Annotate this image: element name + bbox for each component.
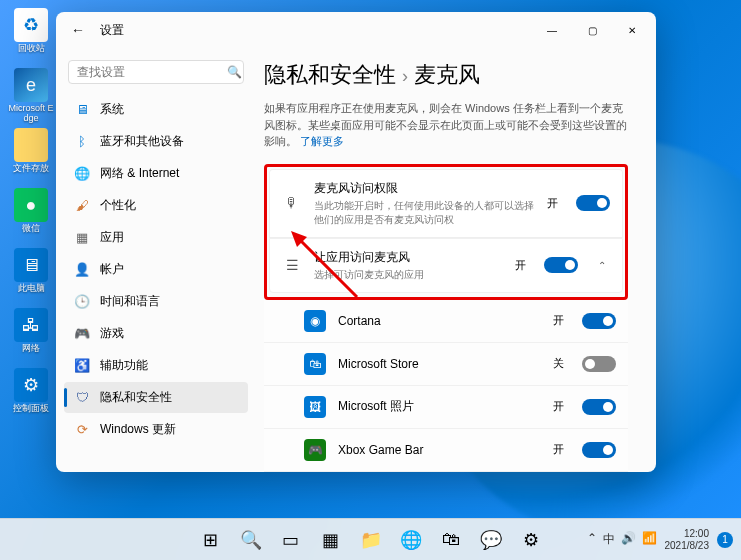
setting-icon: 🎙	[282, 195, 302, 211]
nav-icon: 🕒	[74, 294, 90, 310]
nav-item-5[interactable]: 👤帐户	[64, 254, 248, 285]
app-name: Microsoft Store	[338, 357, 541, 371]
toggle-switch[interactable]	[582, 399, 616, 415]
taskbar-edge[interactable]: 🌐	[393, 522, 429, 558]
nav-icon: ▦	[74, 230, 90, 246]
toggle-state: 开	[553, 442, 564, 457]
nav-item-1[interactable]: ᛒ蓝牙和其他设备	[64, 126, 248, 157]
tray-icon[interactable]: ⌃	[587, 531, 597, 548]
nav-label: 时间和语言	[100, 293, 160, 310]
nav-item-0[interactable]: 🖥系统	[64, 94, 248, 125]
tray-icon[interactable]: 📶	[642, 531, 657, 548]
breadcrumb-current: 麦克风	[414, 62, 480, 87]
taskbar-search[interactable]: 🔍	[233, 522, 269, 558]
chevron-right-icon: ›	[402, 66, 408, 86]
clock[interactable]: 12:00 2021/8/23	[665, 528, 710, 552]
toggle-state: 开	[547, 196, 558, 211]
desktop-icons: ♻回收站eMicrosoft Edge文件存放●微信🖥此电脑🖧网络⚙控制面板	[8, 8, 58, 428]
nav-item-9[interactable]: 🛡隐私和安全性	[64, 382, 248, 413]
nav-item-3[interactable]: 🖌个性化	[64, 190, 248, 221]
app-row: 🖼Microsoft 照片开	[264, 386, 628, 429]
desktop-icon-recycle-bin[interactable]: ♻回收站	[8, 8, 54, 62]
taskbar-explorer[interactable]: 📁	[353, 522, 389, 558]
taskbar: ⊞🔍▭▦📁🌐🛍💬⚙ ⌃中🔊📶 12:00 2021/8/23 1	[0, 518, 741, 560]
setting-subtitle: 当此功能开启时，任何使用此设备的人都可以选择他们的应用是否有麦克风访问权	[314, 199, 535, 227]
nav-label: 隐私和安全性	[100, 389, 172, 406]
toggle-switch[interactable]	[582, 313, 616, 329]
nav-icon: 🎮	[74, 326, 90, 342]
maximize-button[interactable]: ▢	[572, 12, 612, 48]
nav-icon: 🖥	[74, 102, 90, 118]
toggle-state: 开	[553, 313, 564, 328]
setting-row[interactable]: 🎙麦克风访问权限当此功能开启时，任何使用此设备的人都可以选择他们的应用是否有麦克…	[269, 169, 623, 238]
nav-label: 网络 & Internet	[100, 165, 179, 182]
app-icon: 🖼	[304, 396, 326, 418]
nav-icon: 👤	[74, 262, 90, 278]
breadcrumb: 隐私和安全性›麦克风	[264, 60, 628, 90]
app-row: ◉Cortana开	[264, 300, 628, 343]
notification-badge[interactable]: 1	[717, 532, 733, 548]
annotation-highlight: 🎙麦克风访问权限当此功能开启时，任何使用此设备的人都可以选择他们的应用是否有麦克…	[264, 164, 628, 300]
nav-item-4[interactable]: ▦应用	[64, 222, 248, 253]
nav-label: 应用	[100, 229, 124, 246]
toggle-state: 开	[553, 399, 564, 414]
learn-more-link[interactable]: 了解更多	[300, 135, 344, 147]
close-button[interactable]: ✕	[612, 12, 652, 48]
content-area: 隐私和安全性›麦克风 如果有应用程序正在使用麦克风，则会在 Windows 任务…	[256, 48, 656, 472]
nav-icon: 🖌	[74, 198, 90, 214]
setting-icon: ☰	[282, 257, 302, 273]
desktop-icon-control-panel[interactable]: ⚙控制面板	[8, 368, 54, 422]
setting-title: 让应用访问麦克风	[314, 249, 503, 266]
nav-label: 帐户	[100, 261, 124, 278]
search-input[interactable]	[77, 65, 227, 79]
app-row: 🎮Xbox Game Bar开	[264, 429, 628, 472]
nav-icon: 🛡	[74, 390, 90, 406]
settings-window: ← 设置 — ▢ ✕ 🔍 🖥系统ᛒ蓝牙和其他设备🌐网络 & Internet🖌个…	[56, 12, 656, 472]
setting-row[interactable]: ☰让应用访问麦克风选择可访问麦克风的应用开⌃	[269, 238, 623, 293]
search-box[interactable]: 🔍	[68, 60, 244, 84]
toggle-switch[interactable]	[544, 257, 578, 273]
taskbar-start[interactable]: ⊞	[193, 522, 229, 558]
desktop-icon-wechat[interactable]: ●微信	[8, 188, 54, 242]
nav-label: 个性化	[100, 197, 136, 214]
system-tray[interactable]: ⌃中🔊📶 12:00 2021/8/23 1	[587, 528, 734, 552]
nav-label: 蓝牙和其他设备	[100, 133, 184, 150]
tray-icon[interactable]: 中	[603, 531, 615, 548]
nav-label: 游戏	[100, 325, 124, 342]
chevron-up-icon[interactable]: ⌃	[594, 260, 610, 271]
taskbar-widgets[interactable]: ▦	[313, 522, 349, 558]
back-button[interactable]: ←	[60, 12, 96, 48]
page-description: 如果有应用程序正在使用麦克风，则会在 Windows 任务栏上看到一个麦克风图标…	[264, 100, 628, 150]
desktop-icon-folder-docs[interactable]: 文件存放	[8, 128, 54, 182]
toggle-switch[interactable]	[576, 195, 610, 211]
nav-label: 系统	[100, 101, 124, 118]
taskbar-store[interactable]: 🛍	[433, 522, 469, 558]
desktop-icon-edge[interactable]: eMicrosoft Edge	[8, 68, 54, 122]
nav-item-10[interactable]: ⟳Windows 更新	[64, 414, 248, 445]
nav-item-2[interactable]: 🌐网络 & Internet	[64, 158, 248, 189]
nav-icon: ᛒ	[74, 134, 90, 150]
toggle-switch[interactable]	[582, 356, 616, 372]
nav-item-6[interactable]: 🕒时间和语言	[64, 286, 248, 317]
toggle-switch[interactable]	[582, 442, 616, 458]
tray-icon[interactable]: 🔊	[621, 531, 636, 548]
desktop-icon-this-pc[interactable]: 🖥此电脑	[8, 248, 54, 302]
toggle-state: 开	[515, 258, 526, 273]
taskbar-wechat[interactable]: 💬	[473, 522, 509, 558]
taskbar-tasks[interactable]: ▭	[273, 522, 309, 558]
nav-item-8[interactable]: ♿辅助功能	[64, 350, 248, 381]
search-icon: 🔍	[227, 65, 242, 79]
nav-item-7[interactable]: 🎮游戏	[64, 318, 248, 349]
app-name: Xbox Game Bar	[338, 443, 541, 457]
taskbar-settings[interactable]: ⚙	[513, 522, 549, 558]
window-title: 设置	[96, 22, 532, 39]
nav-icon: 🌐	[74, 166, 90, 182]
breadcrumb-parent[interactable]: 隐私和安全性	[264, 62, 396, 87]
toggle-state: 关	[553, 356, 564, 371]
setting-title: 麦克风访问权限	[314, 180, 535, 197]
app-name: Cortana	[338, 314, 541, 328]
nav-label: Windows 更新	[100, 421, 176, 438]
minimize-button[interactable]: —	[532, 12, 572, 48]
desktop-icon-network[interactable]: 🖧网络	[8, 308, 54, 362]
app-icon: 🛍	[304, 353, 326, 375]
